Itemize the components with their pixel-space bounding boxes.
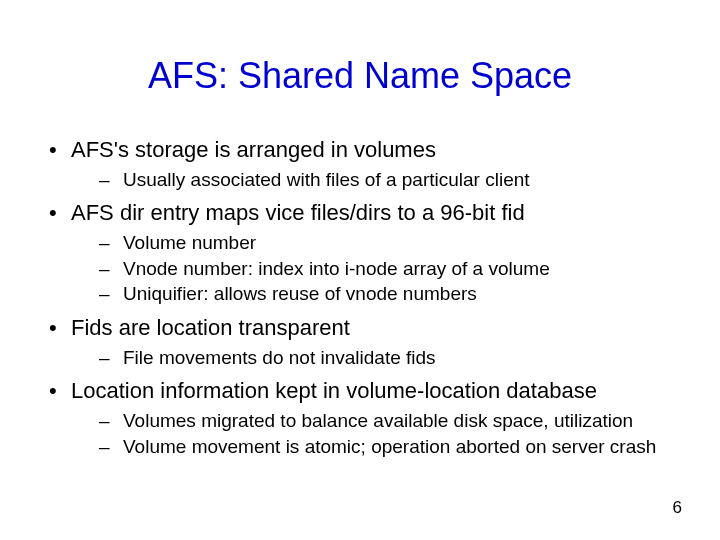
slide-title: AFS: Shared Name Space (0, 55, 720, 97)
sub-item: File movements do not invalidate fids (71, 345, 690, 371)
slide-body: AFS's storage is arranged in volumes Usu… (43, 135, 690, 465)
bullet-item: Fids are location transparent File movem… (43, 313, 690, 370)
sub-list: File movements do not invalidate fids (71, 345, 690, 371)
bullet-text: AFS's storage is arranged in volumes (71, 137, 436, 162)
sub-item: Vnode number: index into i-node array of… (71, 256, 690, 282)
sub-list: Usually associated with files of a parti… (71, 167, 690, 193)
sub-list: Volume number Vnode number: index into i… (71, 230, 690, 307)
slide: AFS: Shared Name Space AFS's storage is … (0, 0, 720, 540)
sub-item: Usually associated with files of a parti… (71, 167, 690, 193)
bullet-text: AFS dir entry maps vice files/dirs to a … (71, 200, 525, 225)
bullet-text: Location information kept in volume-loca… (71, 378, 597, 403)
bullet-list: AFS's storage is arranged in volumes Usu… (43, 135, 690, 459)
sub-list: Volumes migrated to balance available di… (71, 408, 690, 459)
sub-item: Uniquifier: allows reuse of vnode number… (71, 281, 690, 307)
bullet-item: AFS dir entry maps vice files/dirs to a … (43, 198, 690, 307)
page-number: 6 (673, 498, 682, 518)
sub-item: Volume movement is atomic; operation abo… (71, 434, 690, 460)
sub-item: Volumes migrated to balance available di… (71, 408, 690, 434)
sub-item: Volume number (71, 230, 690, 256)
bullet-item: AFS's storage is arranged in volumes Usu… (43, 135, 690, 192)
bullet-item: Location information kept in volume-loca… (43, 376, 690, 459)
bullet-text: Fids are location transparent (71, 315, 350, 340)
